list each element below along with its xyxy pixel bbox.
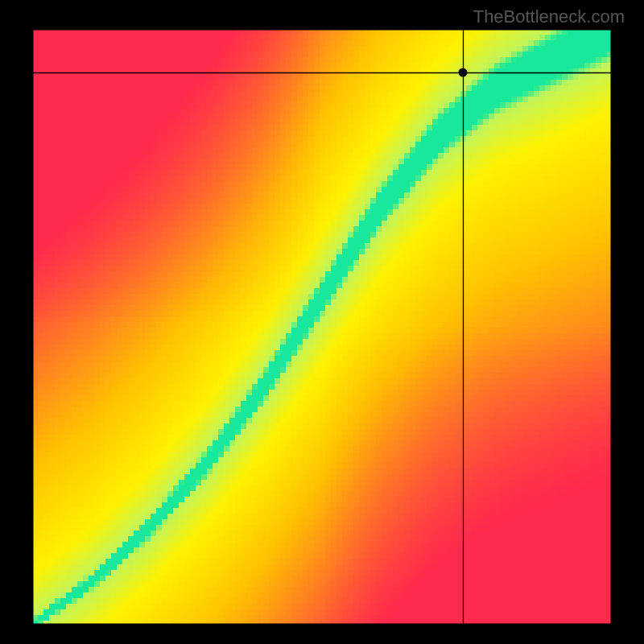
- watermark-text: TheBottleneck.com: [473, 6, 625, 27]
